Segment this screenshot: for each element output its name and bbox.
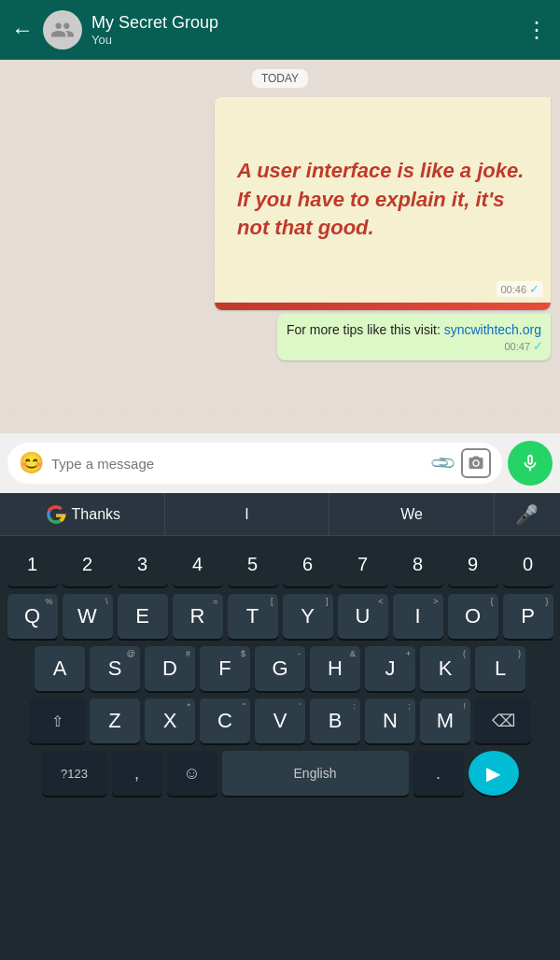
back-button[interactable]: ← — [11, 17, 34, 43]
key-9[interactable]: 9 — [448, 542, 498, 586]
suggestion-we[interactable]: We — [329, 493, 495, 535]
group-icon — [50, 18, 75, 42]
key-m[interactable]: !M — [420, 699, 470, 743]
suggestion-mic-icon: 🎤 — [515, 503, 539, 526]
time-label-2: 00:47 — [504, 340, 530, 354]
emoji-button[interactable]: 😊 — [19, 451, 44, 475]
symbols-key[interactable]: ?123 — [42, 751, 107, 796]
camera-button[interactable] — [461, 448, 491, 478]
backspace-key[interactable]: ⌫ — [475, 699, 531, 743]
date-divider: TODAY — [9, 69, 551, 88]
text-message-wrap: For more tips like this visit: syncwitht… — [9, 314, 551, 360]
image-message-wrap: ↩ A user interface is like a joke. If yo… — [9, 97, 551, 310]
suggestion-mic[interactable]: 🎤 — [495, 493, 560, 535]
quote-text: A user interface is like a joke. If you … — [215, 138, 551, 261]
google-icon — [44, 502, 68, 527]
message-link[interactable]: syncwithtech.org — [444, 322, 541, 337]
keyboard-suggestions-bar: Thanks I We 🎤 — [0, 493, 560, 536]
key-f[interactable]: $F — [200, 646, 250, 691]
key-e[interactable]: E — [118, 594, 168, 639]
suggestion-2: I — [245, 506, 248, 523]
message-input[interactable] — [51, 456, 426, 472]
suggestion-1: Thanks — [72, 506, 120, 523]
shift-key[interactable]: ⇧ — [29, 699, 85, 743]
key-g[interactable]: -G — [255, 646, 305, 691]
key-6[interactable]: 6 — [283, 542, 333, 586]
key-d[interactable]: #D — [145, 646, 195, 691]
chat-area: TODAY ↩ A user interface is like a joke.… — [0, 60, 560, 433]
key-r[interactable]: =R — [173, 594, 223, 639]
key-z[interactable]: Z — [90, 699, 140, 743]
text-message-time: 00:47 ✓ — [504, 338, 543, 355]
suggestion-i[interactable]: I — [165, 493, 330, 535]
key-w[interactable]: \W — [63, 594, 113, 639]
key-2[interactable]: 2 — [63, 542, 113, 586]
key-s[interactable]: @S — [90, 646, 140, 691]
key-x[interactable]: *X — [145, 699, 195, 743]
voice-message-button[interactable] — [508, 441, 553, 486]
key-t[interactable]: [T — [228, 594, 278, 639]
camera-icon — [468, 455, 484, 472]
text-before-link: For more tips like this visit: — [287, 322, 444, 337]
key-7[interactable]: 7 — [338, 542, 388, 586]
header-info: My Secret Group You — [91, 13, 516, 48]
key-h[interactable]: &H — [310, 646, 360, 691]
read-tick-2: ✓ — [533, 338, 543, 355]
text-message-bubble[interactable]: For more tips like this visit: syncwitht… — [277, 314, 551, 360]
microphone-icon — [520, 453, 540, 473]
key-o[interactable]: {O — [448, 594, 498, 639]
key-0[interactable]: 0 — [503, 542, 553, 586]
key-1[interactable]: 1 — [7, 542, 58, 586]
key-l[interactable]: )L — [475, 646, 525, 691]
more-options-button[interactable]: ⋮ — [525, 17, 549, 43]
key-p[interactable]: }P — [503, 594, 553, 639]
chat-title: My Secret Group — [91, 13, 516, 34]
read-tick: ✓ — [529, 282, 539, 296]
qwerty-row: %Q \W E =R [T ]Y <U >I {O }P — [4, 594, 556, 639]
key-b[interactable]: :B — [310, 699, 360, 743]
image-message-bubble[interactable]: A user interface is like a joke. If you … — [215, 97, 551, 310]
key-rows: 1 2 3 4 5 6 7 8 9 0 %Q \W E =R [T ]Y <U … — [0, 536, 560, 809]
key-c[interactable]: "C — [200, 699, 250, 743]
message-input-area: 😊 📎 — [0, 433, 560, 493]
key-a[interactable]: A — [35, 646, 85, 691]
send-key[interactable]: ▶ — [469, 751, 519, 796]
comma-key[interactable]: , — [112, 751, 162, 796]
keyboard: Thanks I We 🎤 1 2 3 4 5 6 7 8 9 0 %Q \W — [0, 493, 560, 960]
key-k[interactable]: (K — [420, 646, 470, 691]
date-label: TODAY — [252, 69, 308, 88]
suggestion-google[interactable]: Thanks — [0, 493, 165, 535]
asdf-row: A @S #D $F -G &H +J (K )L — [4, 646, 556, 691]
suggestion-3: We — [400, 506, 423, 523]
attach-button[interactable]: 📎 — [428, 448, 457, 477]
key-j[interactable]: +J — [365, 646, 415, 691]
key-u[interactable]: <U — [338, 594, 388, 639]
zxcv-row: ⇧ Z *X "C 'V :B ;N !M ⌫ — [4, 699, 556, 743]
key-5[interactable]: 5 — [228, 542, 278, 586]
emoji-key[interactable]: ☺ — [167, 751, 217, 796]
message-input-box: 😊 📎 — [7, 443, 502, 484]
period-key[interactable]: . — [413, 751, 464, 796]
bottom-row: ?123 , ☺ English . ▶ — [4, 751, 556, 796]
avatar[interactable] — [43, 10, 82, 49]
app-header: ← My Secret Group You ⋮ — [0, 0, 560, 60]
key-8[interactable]: 8 — [393, 542, 443, 586]
time-label: 00:46 — [500, 284, 526, 295]
key-3[interactable]: 3 — [118, 542, 168, 586]
space-key[interactable]: English — [222, 751, 409, 796]
chat-subtitle: You — [91, 33, 516, 47]
key-q[interactable]: %Q — [7, 594, 58, 639]
image-message-time: 00:46 ✓ — [497, 281, 543, 297]
message-image: A user interface is like a joke. If you … — [215, 97, 551, 303]
key-4[interactable]: 4 — [173, 542, 223, 586]
key-y[interactable]: ]Y — [283, 594, 333, 639]
key-n[interactable]: ;N — [365, 699, 415, 743]
key-i[interactable]: >I — [393, 594, 443, 639]
image-bottom-bar — [215, 303, 551, 310]
key-v[interactable]: 'V — [255, 699, 305, 743]
number-row: 1 2 3 4 5 6 7 8 9 0 — [4, 542, 556, 586]
